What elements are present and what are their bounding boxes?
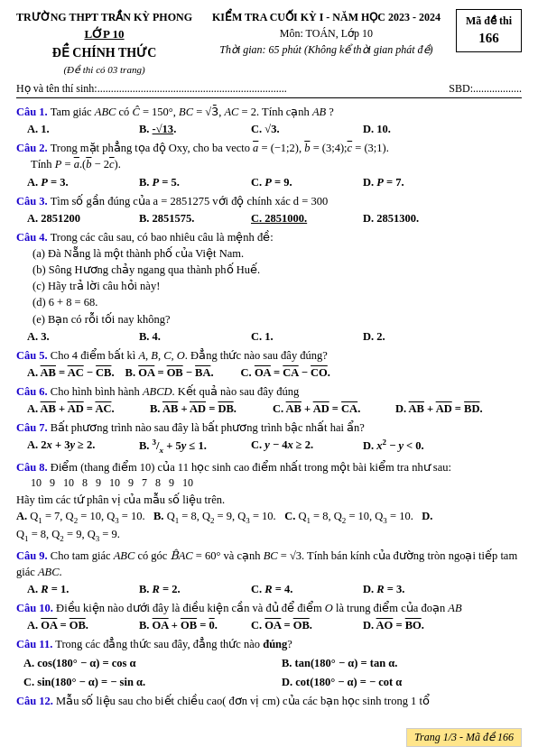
class-name: LỚP 10 <box>16 25 192 43</box>
question-6: Câu 6. Cho hình bình hành ABCD. Kết quả … <box>16 383 522 417</box>
student-name-label: Họ và tên thí sinh:.....................… <box>16 82 287 96</box>
exam-title: ĐỀ CHÍNH THỨC <box>16 43 192 62</box>
ma-de-label: Mã đề thi <box>466 14 512 29</box>
subject: Môn: TOÁN, Lớp 10 <box>212 25 441 41</box>
student-sbd-label: SBD:.................. <box>449 82 522 96</box>
question-7: Câu 7. Bất phương trình nào sau đây là b… <box>16 419 522 456</box>
question-10: Câu 10. Điều kiện nào dưới đây là điều k… <box>16 600 522 633</box>
time: Thời gian: 65 phút (Không kể thời gian p… <box>212 41 441 58</box>
question-3: Câu 3. Tìm số gần đúng của a = 2851275 v… <box>16 193 522 226</box>
question-8: Câu 8. Điểm (thang điểm 10) của 11 học s… <box>16 459 522 545</box>
page-footer: Trang 1/3 - Mã đề 166 <box>406 728 522 747</box>
exam-year: KIỂM TRA CUỐI KỲ I - NĂM HỌC 2023 - 2024 <box>212 9 441 25</box>
question-12: Câu 12. Mẫu số liệu sau cho biết chiều c… <box>16 693 522 709</box>
student-info: Họ và tên thí sinh:.....................… <box>16 82 522 98</box>
question-9: Câu 9. Cho tam giác ABC có góc B̂AC = 60… <box>16 548 522 597</box>
question-1: Câu 1. Tam giác ABC có Ĉ = 150°, BC = √3… <box>16 104 522 137</box>
exam-note: (Đề thi có 03 trang) <box>16 62 192 78</box>
question-2: Câu 2. Trong mặt phẳng tọa độ Oxy, cho b… <box>16 140 522 189</box>
question-4: Câu 4. Trong các câu sau, có bao nhiêu c… <box>16 229 522 345</box>
question-11: Câu 11. Trong các đẳng thức sau đây, đẳn… <box>16 636 522 689</box>
ma-de-box: Mã đề thi 166 <box>456 9 522 52</box>
question-5: Câu 5. Cho 4 điểm bất kì A, B, C, O. Đẳn… <box>16 347 522 381</box>
ma-de-number: 166 <box>466 29 512 48</box>
school-name: TRƯỜNG THPT TRẦN KỲ PHONG <box>16 9 192 25</box>
